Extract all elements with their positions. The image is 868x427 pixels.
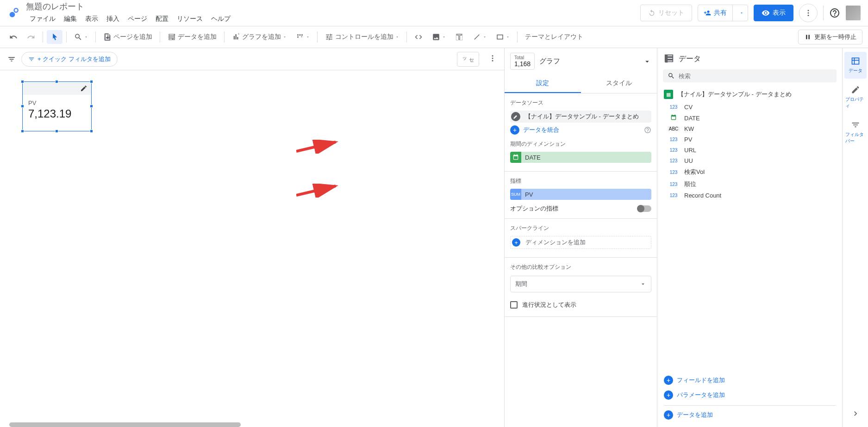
add-field-link[interactable]: +フィールドを追加 [664,373,836,388]
more-options-button[interactable] [799,4,818,22]
section-compare: その他の比較オプション [510,263,651,271]
field-name: PV [684,136,692,143]
image-button[interactable] [428,30,450,44]
tab-setup[interactable]: 設定 [505,74,581,93]
add-dimension-chip[interactable]: + ディメンションを追加 [510,236,651,249]
svg-text:+: + [301,35,303,39]
redo-button[interactable] [23,30,39,44]
help-icon[interactable] [644,126,651,134]
add-data-button[interactable]: +データを追加 [164,30,220,44]
menu-page[interactable]: ページ [124,13,151,25]
add-parameter-link[interactable]: +パラメータを追加 [664,388,836,402]
annotation-arrow-2 [296,184,343,198]
menu-file[interactable]: ファイル [26,13,59,25]
user-avatar[interactable] [846,6,861,20]
show-progress-label: 進行状況として表示 [522,301,576,309]
more-vert-icon [488,54,497,62]
tab-style[interactable]: スタイル [581,74,657,93]
field-type-badge: 123 [668,148,680,153]
help-icon[interactable] [829,7,840,19]
menu-insert[interactable]: 挿入 [103,13,123,25]
view-button[interactable]: 表示 [754,5,793,21]
menu-resource[interactable]: リソース [173,13,206,25]
add-control-button[interactable]: コントロールを追加 [321,30,403,44]
undo-button[interactable] [6,30,21,44]
field-type-badge: 123 [668,105,680,110]
add-quick-filter-button[interactable]: + クイック フィルタを追加 [21,52,118,67]
document-title[interactable]: 無題のレポート [26,1,640,12]
section-sparkline: スパークライン [510,224,651,232]
more-vert-icon [804,9,812,17]
menu-arrange[interactable]: 配置 [152,13,172,25]
show-progress-checkbox[interactable] [510,301,518,309]
blend-data-link[interactable]: + データを統合 [510,125,651,135]
edit-icon [851,85,860,94]
theme-layout-button[interactable]: テーマとレイアウト [521,30,587,44]
svg-line-17 [296,142,336,151]
field-row[interactable]: 123PV [657,134,842,145]
menu-help[interactable]: ヘルプ [207,13,234,25]
line-button[interactable] [469,30,490,44]
field-row[interactable]: 123URL [657,145,842,155]
filter-more-button[interactable] [488,54,497,64]
chevron-down-icon [442,35,446,39]
reset-pill[interactable]: セッ [457,52,479,67]
metric-chip[interactable]: SUM PV [510,189,651,200]
reset-button[interactable]: リセット [640,5,692,21]
svg-rect-20 [852,58,859,64]
field-row[interactable]: ABCKW [657,124,842,134]
period-select[interactable]: 期間 [510,276,651,292]
chevron-down-icon [84,35,88,39]
filter-icon[interactable] [7,55,16,63]
annotation-arrow-1 [296,140,343,154]
optional-metrics-toggle[interactable] [637,205,651,212]
add-data-link[interactable]: +データを追加 [664,405,836,422]
chart-config-panel: Total 1,168 グラフ 設定 スタイル データソース 【ナイル】データサ… [504,48,657,427]
report-canvas[interactable]: PV 7,123.19 [0,70,504,427]
pause-updates-button[interactable]: 更新を一時停止 [798,30,862,44]
horizontal-scrollbar[interactable] [9,422,241,427]
chevron-down-icon [739,11,744,15]
line-icon [473,33,481,41]
field-row[interactable]: 123UU [657,155,842,166]
edit-icon[interactable] [80,85,87,92]
datasource-header[interactable]: ▦ 【ナイル】データサンプル - データまとめ [657,87,842,102]
field-row[interactable]: 123Record Count [657,190,842,201]
menu-edit[interactable]: 編集 [60,13,81,25]
datasource-chip[interactable]: 【ナイル】データサンプル - データまとめ [510,111,651,123]
field-name: KW [684,125,694,132]
text-button[interactable] [451,30,467,44]
svg-point-4 [808,15,809,16]
rtab-data[interactable]: データ [844,52,867,79]
divider [823,6,824,20]
rtab-filter-bar[interactable]: フィルタバー [844,116,867,149]
select-tool[interactable] [47,30,62,44]
filter-icon [851,120,860,130]
add-page-button[interactable]: ページを追加 [100,30,156,44]
menu-bar: ファイル 編集 表示 挿入 ページ 配置 リソース ヘルプ [26,13,640,25]
chart-type-selector[interactable]: グラフ [539,57,651,66]
menu-view[interactable]: 表示 [81,13,102,25]
field-type-badge: 123 [668,182,680,187]
community-viz-button[interactable]: + [292,30,313,44]
expand-panel-button[interactable] [851,409,860,420]
share-dropdown[interactable] [736,6,748,20]
field-search[interactable] [663,69,837,82]
field-row[interactable]: 123順位 [657,178,842,190]
url-embed-button[interactable] [411,30,426,44]
svg-rect-19 [665,55,668,63]
search-input[interactable] [679,73,832,80]
zoom-tool[interactable] [70,30,92,44]
date-dimension-chip[interactable]: DATE [510,152,651,163]
share-button[interactable]: 共有 [698,5,733,21]
scorecard-chart[interactable]: PV 7,123.19 [22,81,92,131]
field-row[interactable]: 123検索Vol [657,166,842,178]
add-page-icon [103,33,112,41]
field-type-badge: 123 [668,170,680,175]
field-row[interactable]: DATE [657,112,842,124]
add-chart-button[interactable]: +グラフを追加 [228,30,290,44]
field-row[interactable]: 123CV [657,102,842,112]
chevron-down-icon [395,35,399,39]
rtab-properties[interactable]: プロパティ [844,80,867,114]
shape-button[interactable] [492,30,513,44]
